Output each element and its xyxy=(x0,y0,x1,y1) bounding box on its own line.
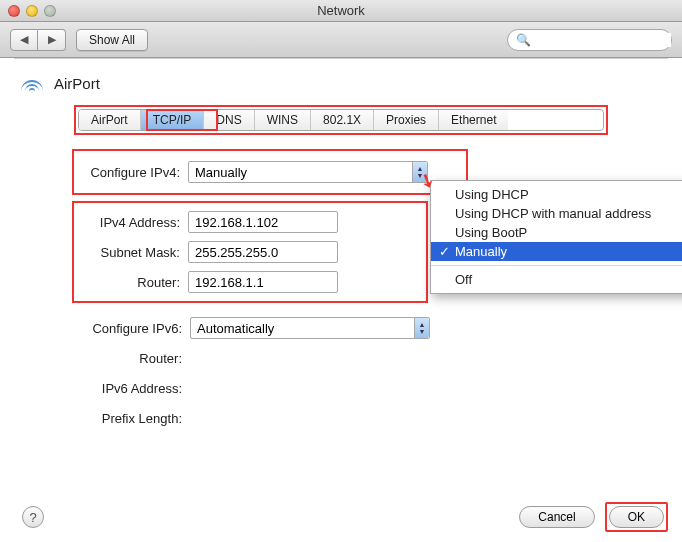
search-field[interactable]: 🔍 xyxy=(507,29,672,51)
ipv6-router-label: Router: xyxy=(14,351,190,366)
titlebar: Network xyxy=(0,0,682,22)
back-button[interactable]: ◀ xyxy=(10,29,38,51)
dropdown-stepper-icon: ▲▼ xyxy=(414,318,429,338)
menu-item-bootp[interactable]: Using BootP xyxy=(431,223,682,242)
menu-item-dhcp[interactable]: Using DHCP xyxy=(431,185,682,204)
configure-ipv6-value: Automatically xyxy=(197,321,274,336)
help-button[interactable]: ? xyxy=(22,506,44,528)
subnet-mask-label: Subnet Mask: xyxy=(80,245,188,260)
interface-header: AirPort xyxy=(14,59,668,101)
minimize-window-button[interactable] xyxy=(26,5,38,17)
menu-item-dhcp-manual[interactable]: Using DHCP with manual address xyxy=(431,204,682,223)
search-input[interactable] xyxy=(537,33,671,47)
router-input[interactable] xyxy=(188,271,338,293)
subnet-mask-input[interactable] xyxy=(188,241,338,263)
row-configure-ipv6: Configure IPv6: Automatically ▲▼ xyxy=(14,313,668,343)
wifi-icon xyxy=(20,73,44,93)
zoom-window-button[interactable] xyxy=(44,5,56,17)
annotation-box-addresses: IPv4 Address: Subnet Mask: Router: xyxy=(72,201,428,303)
row-prefix-length: Prefix Length: xyxy=(14,403,668,433)
configure-ipv4-select[interactable]: Manually ▲▼ xyxy=(188,161,428,183)
tab-8021x[interactable]: 802.1X xyxy=(311,110,374,130)
annotation-box-configure: Configure IPv4: Manually ▲▼ xyxy=(72,149,468,195)
menu-item-off[interactable]: Off xyxy=(431,270,682,289)
close-window-button[interactable] xyxy=(8,5,20,17)
tab-tcpip[interactable]: TCP/IP xyxy=(141,110,205,130)
row-router: Router: xyxy=(80,267,420,297)
menu-item-manually[interactable]: Manually xyxy=(431,242,682,261)
configure-ipv4-value: Manually xyxy=(195,165,247,180)
annotation-box-ok: OK xyxy=(605,502,668,532)
row-configure-ipv4: Configure IPv4: Manually ▲▼ xyxy=(80,157,460,187)
ok-button[interactable]: OK xyxy=(609,506,664,528)
ipv6-address-label: IPv6 Address: xyxy=(14,381,190,396)
search-icon: 🔍 xyxy=(516,33,531,47)
configure-ipv4-label: Configure IPv4: xyxy=(80,165,188,180)
tab-bar: AirPort TCP/IP DNS WINS 802.1X Proxies E… xyxy=(78,109,604,131)
nav-segment: ◀ ▶ xyxy=(10,29,66,51)
router-label: Router: xyxy=(80,275,188,290)
configure-ipv4-menu: Using DHCP Using DHCP with manual addres… xyxy=(430,180,682,294)
configure-ipv6-select[interactable]: Automatically ▲▼ xyxy=(190,317,430,339)
toolbar: ◀ ▶ Show All 🔍 xyxy=(0,22,682,58)
row-ipv6-address: IPv6 Address: xyxy=(14,373,668,403)
tabs-container: AirPort TCP/IP DNS WINS 802.1X Proxies E… xyxy=(74,105,608,135)
tab-wins[interactable]: WINS xyxy=(255,110,311,130)
forward-button[interactable]: ▶ xyxy=(38,29,66,51)
dropdown-stepper-icon: ▲▼ xyxy=(412,162,427,182)
tab-ethernet[interactable]: Ethernet xyxy=(439,110,508,130)
tab-dns[interactable]: DNS xyxy=(204,110,254,130)
window-title: Network xyxy=(0,3,682,18)
tab-proxies[interactable]: Proxies xyxy=(374,110,439,130)
row-ipv6-router: Router: xyxy=(14,343,668,373)
interface-name: AirPort xyxy=(54,75,100,92)
prefix-length-label: Prefix Length: xyxy=(14,411,190,426)
show-all-button[interactable]: Show All xyxy=(76,29,148,51)
menu-separator xyxy=(431,265,682,266)
configure-ipv6-label: Configure IPv6: xyxy=(14,321,190,336)
row-ipv4-address: IPv4 Address: xyxy=(80,207,420,237)
row-subnet-mask: Subnet Mask: xyxy=(80,237,420,267)
window-controls xyxy=(0,5,56,17)
cancel-button[interactable]: Cancel xyxy=(519,506,594,528)
ipv4-address-input[interactable] xyxy=(188,211,338,233)
ipv4-address-label: IPv4 Address: xyxy=(80,215,188,230)
footer: ? Cancel OK xyxy=(0,502,668,532)
tab-airport[interactable]: AirPort xyxy=(79,110,141,130)
